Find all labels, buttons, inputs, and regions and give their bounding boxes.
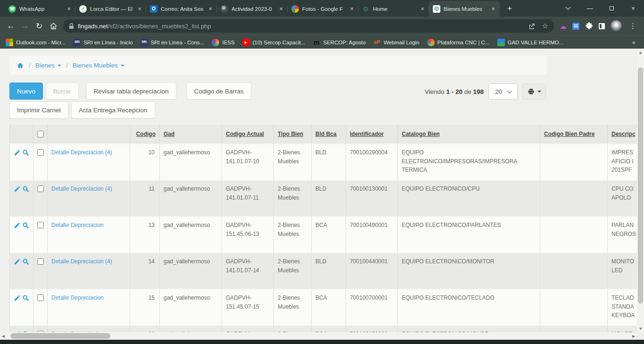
row-checkbox[interactable] xyxy=(37,294,44,301)
browser-tab[interactable]: O Correo: Anita Sos × xyxy=(146,1,217,17)
bookmark-item[interactable]: cP Webmail Login xyxy=(373,39,420,46)
close-button[interactable]: × xyxy=(622,0,644,17)
tab-close-icon[interactable]: × xyxy=(490,5,496,12)
bookmark-star-icon[interactable]: ☆ xyxy=(542,22,548,30)
tab-favicon: ⚙ xyxy=(362,5,370,13)
edit-pencil-icon[interactable] xyxy=(14,185,21,193)
view-search-icon[interactable] xyxy=(22,222,29,229)
detalle-depreciacion-link[interactable]: Detalle Depreciacion (4) xyxy=(51,258,112,265)
imprimir-carnet-button[interactable]: Imprimir Carnet xyxy=(9,101,68,118)
sort-codigo-bien-padre-link[interactable]: Codigo Bien Padre xyxy=(544,131,594,137)
sort-codigo-actual-link[interactable]: Codigo Actual xyxy=(226,131,264,137)
breadcrumb-item-bienes[interactable]: Bienes xyxy=(35,62,61,69)
view-search-icon[interactable] xyxy=(22,185,29,193)
sort-gad-link[interactable]: Gad xyxy=(164,131,174,137)
minimize-button[interactable]: — xyxy=(579,0,601,17)
row-checkbox[interactable] xyxy=(37,258,44,265)
browser-tab[interactable]: Fotos - Google F × xyxy=(288,1,358,17)
codigo-de-barras-button[interactable]: Codigo de Barras xyxy=(187,83,251,100)
bookmark-item[interactable]: GAD VALLE HERMO... xyxy=(497,39,564,46)
browser-tab[interactable]: ⚙ Bienes Muebles × xyxy=(429,1,500,17)
browser-tab[interactable]: ⚙ Home × xyxy=(358,1,429,17)
address-bar[interactable]: fingads.net/sf2/activos/bienes_muebles2_… xyxy=(63,19,554,33)
view-search-icon[interactable] xyxy=(22,258,29,265)
bookmark-favicon: SRI xyxy=(73,39,81,46)
bookmark-item[interactable]: m SERCOP: Agosto xyxy=(313,39,366,46)
scroll-up-icon[interactable]: ▲ xyxy=(637,49,644,56)
detalle-depreciacion-link[interactable]: Detalle Depreciacion xyxy=(51,294,104,301)
edit-pencil-icon[interactable] xyxy=(14,149,21,156)
scroll-down-icon[interactable]: ▼ xyxy=(637,325,644,332)
tab-close-icon[interactable]: × xyxy=(137,5,142,12)
acta-entrega-recepcion-button[interactable]: Acta Entrega Recepcion xyxy=(71,101,155,118)
new-tab-button[interactable]: + xyxy=(504,2,516,15)
side-panel-icon[interactable] xyxy=(599,23,605,29)
sort-descripcion-link[interactable]: Descripc xyxy=(611,131,636,137)
print-button[interactable] xyxy=(522,84,546,100)
view-search-icon[interactable] xyxy=(22,294,29,302)
tab-close-icon[interactable]: × xyxy=(278,5,284,12)
browser-tab[interactable]: ☎ WhatsApp × xyxy=(5,1,75,17)
tab-search-chevron-icon[interactable] xyxy=(557,0,579,17)
breadcrumb-item-bienes-muebles[interactable]: Bienes Muebles xyxy=(73,62,124,69)
row-codigo-bien-padre-cell xyxy=(540,216,607,252)
home-button[interactable] xyxy=(46,19,60,33)
row-checkbox[interactable] xyxy=(37,222,44,228)
row-checkbox[interactable] xyxy=(37,185,44,192)
header-codigo-actual: Codigo Actual xyxy=(222,125,273,143)
detalle-depreciacion-link[interactable]: Detalle Depreciacion (4) xyxy=(51,149,112,156)
forward-button[interactable]: → xyxy=(18,19,32,33)
browser-tab[interactable]: ✓ Lorca Editor — El × xyxy=(75,1,146,17)
edit-pencil-icon[interactable] xyxy=(14,222,21,229)
select-all-checkbox[interactable] xyxy=(37,131,44,137)
reload-button[interactable]: ↻ xyxy=(32,19,46,33)
translate-extension-icon[interactable] xyxy=(572,23,579,30)
bookmark-item[interactable]: SRI SRI en Línea - Inicio xyxy=(73,39,132,46)
sort-identificador-link[interactable]: Identificador xyxy=(350,131,384,137)
bookmark-item[interactable]: Plataforma CNC | C... xyxy=(427,39,490,46)
nuevo-button[interactable]: Nuevo xyxy=(9,83,43,100)
horizontal-scroll-track[interactable] xyxy=(7,332,630,340)
edit-pencil-icon[interactable] xyxy=(14,294,21,302)
bookmark-item[interactable]: ▶ (10) Sercop Capacit... xyxy=(242,39,305,46)
bookmark-favicon: ▶ xyxy=(242,39,250,46)
browser-tab[interactable]: Actividad 2023-0 × xyxy=(217,1,288,17)
tab-close-icon[interactable]: × xyxy=(66,5,72,12)
sort-catalogo-bien-link[interactable]: Catalogo Bien xyxy=(402,131,440,137)
detalle-depreciacion-link[interactable]: Detalle Depreciacion (4) xyxy=(51,185,112,192)
bookmark-item[interactable]: SRI SRI en Línea - Cons... xyxy=(140,39,205,46)
bookmark-favicon xyxy=(6,39,13,46)
sort-tipo-bien-link[interactable]: Tipo Bien xyxy=(278,131,303,137)
horizontal-scrollbar[interactable]: ◀ ▶ xyxy=(0,332,637,340)
share-icon[interactable] xyxy=(528,23,536,30)
bookmarks-overflow-icon[interactable]: » xyxy=(632,39,638,46)
row-tipo-bien-cell: 2-Bienes Muebles xyxy=(273,143,311,180)
revisar-tabla-depreciacion-button[interactable]: Revisar tabla depreciacion xyxy=(86,83,176,100)
cloud-extension-icon[interactable]: ☁ xyxy=(560,23,567,30)
tab-close-icon[interactable]: × xyxy=(420,5,425,12)
vertical-scroll-thumb[interactable] xyxy=(638,67,643,303)
horizontal-scroll-thumb[interactable] xyxy=(10,333,110,339)
extensions-puzzle-icon[interactable] xyxy=(585,22,593,30)
scroll-left-icon[interactable]: ◀ xyxy=(0,332,7,340)
bookmark-item[interactable]: IESS xyxy=(212,39,234,46)
vertical-scrollbar[interactable]: ▲ ▼ xyxy=(637,49,644,332)
row-checkbox[interactable] xyxy=(37,149,44,156)
sort-codigo-link[interactable]: Codigo xyxy=(136,131,156,137)
browser-menu-icon[interactable]: ⋮ xyxy=(627,22,638,30)
page-size-select[interactable]: 20 xyxy=(488,84,518,100)
detalle-depreciacion-link[interactable]: Detalle Depreciacion xyxy=(51,222,104,228)
profile-avatar[interactable] xyxy=(611,20,622,32)
breadcrumb-home-icon[interactable] xyxy=(17,62,24,69)
sort-bld-bca-link[interactable]: Bld Bca xyxy=(315,131,337,137)
borrar-button[interactable]: Borrar xyxy=(46,83,79,100)
back-button[interactable]: ← xyxy=(4,19,18,33)
edit-pencil-icon[interactable] xyxy=(14,258,21,265)
vertical-scroll-track[interactable] xyxy=(637,56,644,325)
bookmark-item[interactable]: Outlook.com - Micr... xyxy=(6,39,66,46)
tab-close-icon[interactable]: × xyxy=(349,5,355,12)
tab-close-icon[interactable]: × xyxy=(207,5,213,12)
restore-button[interactable] xyxy=(601,0,622,17)
scroll-right-icon[interactable]: ▶ xyxy=(630,332,637,340)
view-search-icon[interactable] xyxy=(22,149,29,156)
